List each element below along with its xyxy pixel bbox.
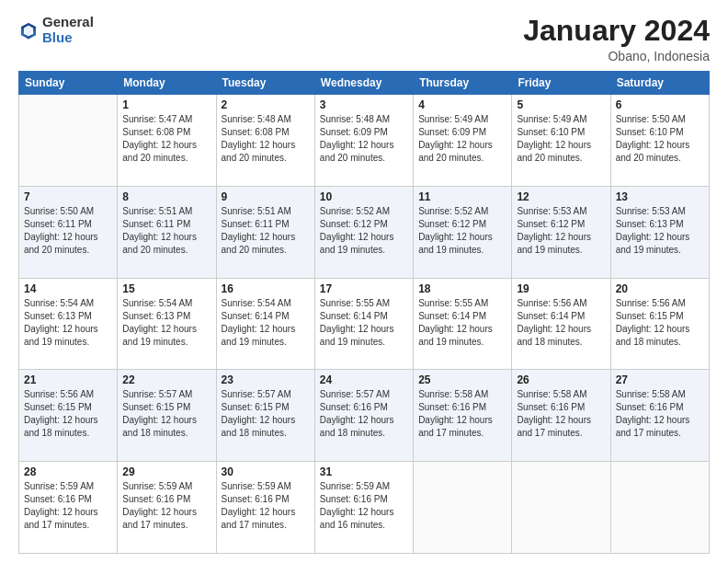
table-row: 8Sunrise: 5:51 AM Sunset: 6:11 PM Daylig… xyxy=(118,186,216,278)
logo-general-text: General xyxy=(42,14,94,29)
day-info: Sunrise: 5:56 AM Sunset: 6:15 PM Dayligh… xyxy=(24,388,112,440)
day-info: Sunrise: 5:52 AM Sunset: 6:12 PM Dayligh… xyxy=(320,205,408,257)
day-info: Sunrise: 5:49 AM Sunset: 6:10 PM Dayligh… xyxy=(517,113,605,165)
day-number: 5 xyxy=(517,98,605,111)
day-info: Sunrise: 5:51 AM Sunset: 6:11 PM Dayligh… xyxy=(222,205,310,257)
day-info: Sunrise: 5:58 AM Sunset: 6:16 PM Dayligh… xyxy=(517,388,605,440)
table-row: 6Sunrise: 5:50 AM Sunset: 6:10 PM Daylig… xyxy=(610,95,709,187)
table-row: 2Sunrise: 5:48 AM Sunset: 6:08 PM Daylig… xyxy=(216,95,314,187)
day-number: 1 xyxy=(122,98,210,111)
day-info: Sunrise: 5:59 AM Sunset: 6:16 PM Dayligh… xyxy=(320,480,408,532)
table-row xyxy=(414,462,512,554)
table-row: 29Sunrise: 5:59 AM Sunset: 6:16 PM Dayli… xyxy=(118,462,216,554)
day-info: Sunrise: 5:57 AM Sunset: 6:15 PM Dayligh… xyxy=(222,388,310,440)
day-number: 16 xyxy=(222,282,310,295)
day-number: 13 xyxy=(616,190,704,203)
day-info: Sunrise: 5:55 AM Sunset: 6:14 PM Dayligh… xyxy=(418,297,506,349)
table-row: 24Sunrise: 5:57 AM Sunset: 6:16 PM Dayli… xyxy=(314,370,413,462)
day-number: 27 xyxy=(616,373,704,386)
table-row: 14Sunrise: 5:54 AM Sunset: 6:13 PM Dayli… xyxy=(19,278,118,370)
day-number: 19 xyxy=(517,282,605,295)
month-title: January 2024 xyxy=(523,15,710,47)
logo-blue-text: Blue xyxy=(42,29,73,45)
day-number: 25 xyxy=(418,373,506,386)
table-row: 18Sunrise: 5:55 AM Sunset: 6:14 PM Dayli… xyxy=(414,278,512,370)
header-wednesday: Wednesday xyxy=(314,72,413,95)
table-row: 3Sunrise: 5:48 AM Sunset: 6:09 PM Daylig… xyxy=(314,95,413,187)
day-info: Sunrise: 5:59 AM Sunset: 6:16 PM Dayligh… xyxy=(24,480,112,532)
day-info: Sunrise: 5:59 AM Sunset: 6:16 PM Dayligh… xyxy=(222,480,310,532)
day-info: Sunrise: 5:49 AM Sunset: 6:09 PM Dayligh… xyxy=(418,113,506,165)
table-row: 13Sunrise: 5:53 AM Sunset: 6:13 PM Dayli… xyxy=(610,186,709,278)
header-thursday: Thursday xyxy=(414,72,512,95)
calendar-week-row: 28Sunrise: 5:59 AM Sunset: 6:16 PM Dayli… xyxy=(19,462,710,554)
day-number: 22 xyxy=(122,373,210,386)
header: General Blue January 2024 Obano, Indones… xyxy=(18,15,710,63)
day-info: Sunrise: 5:54 AM Sunset: 6:14 PM Dayligh… xyxy=(222,297,310,349)
table-row: 15Sunrise: 5:54 AM Sunset: 6:13 PM Dayli… xyxy=(118,278,216,370)
table-row: 23Sunrise: 5:57 AM Sunset: 6:15 PM Dayli… xyxy=(216,370,314,462)
day-info: Sunrise: 5:48 AM Sunset: 6:08 PM Dayligh… xyxy=(222,113,310,165)
table-row: 4Sunrise: 5:49 AM Sunset: 6:09 PM Daylig… xyxy=(414,95,512,187)
day-number: 30 xyxy=(222,465,310,478)
day-number: 6 xyxy=(616,98,704,111)
location: Obano, Indonesia xyxy=(523,49,710,63)
day-info: Sunrise: 5:52 AM Sunset: 6:12 PM Dayligh… xyxy=(418,205,506,257)
table-row: 27Sunrise: 5:58 AM Sunset: 6:16 PM Dayli… xyxy=(610,370,709,462)
day-number: 14 xyxy=(24,282,112,295)
header-monday: Monday xyxy=(118,72,216,95)
day-info: Sunrise: 5:56 AM Sunset: 6:15 PM Dayligh… xyxy=(616,297,704,349)
day-number: 21 xyxy=(24,373,112,386)
table-row: 30Sunrise: 5:59 AM Sunset: 6:16 PM Dayli… xyxy=(216,462,314,554)
day-number: 23 xyxy=(222,373,310,386)
day-info: Sunrise: 5:54 AM Sunset: 6:13 PM Dayligh… xyxy=(122,297,210,349)
calendar-week-row: 1Sunrise: 5:47 AM Sunset: 6:08 PM Daylig… xyxy=(19,95,710,187)
day-number: 24 xyxy=(320,373,408,386)
header-friday: Friday xyxy=(512,72,610,95)
day-info: Sunrise: 5:53 AM Sunset: 6:13 PM Dayligh… xyxy=(616,205,704,257)
table-row xyxy=(512,462,610,554)
table-row: 17Sunrise: 5:55 AM Sunset: 6:14 PM Dayli… xyxy=(314,278,413,370)
table-row: 11Sunrise: 5:52 AM Sunset: 6:12 PM Dayli… xyxy=(414,186,512,278)
table-row: 31Sunrise: 5:59 AM Sunset: 6:16 PM Dayli… xyxy=(314,462,413,554)
table-row xyxy=(19,95,118,187)
logo-icon xyxy=(18,20,39,40)
calendar-week-row: 14Sunrise: 5:54 AM Sunset: 6:13 PM Dayli… xyxy=(19,278,710,370)
day-number: 17 xyxy=(320,282,408,295)
day-info: Sunrise: 5:57 AM Sunset: 6:16 PM Dayligh… xyxy=(320,388,408,440)
table-row: 22Sunrise: 5:57 AM Sunset: 6:15 PM Dayli… xyxy=(118,370,216,462)
table-row: 20Sunrise: 5:56 AM Sunset: 6:15 PM Dayli… xyxy=(610,278,709,370)
table-row: 25Sunrise: 5:58 AM Sunset: 6:16 PM Dayli… xyxy=(414,370,512,462)
day-number: 29 xyxy=(122,465,210,478)
logo: General Blue xyxy=(18,15,94,45)
table-row: 5Sunrise: 5:49 AM Sunset: 6:10 PM Daylig… xyxy=(512,95,610,187)
table-row: 10Sunrise: 5:52 AM Sunset: 6:12 PM Dayli… xyxy=(314,186,413,278)
day-number: 10 xyxy=(320,190,408,203)
day-number: 28 xyxy=(24,465,112,478)
table-row: 1Sunrise: 5:47 AM Sunset: 6:08 PM Daylig… xyxy=(118,95,216,187)
header-tuesday: Tuesday xyxy=(216,72,314,95)
table-row xyxy=(610,462,709,554)
day-info: Sunrise: 5:53 AM Sunset: 6:12 PM Dayligh… xyxy=(517,205,605,257)
day-info: Sunrise: 5:57 AM Sunset: 6:15 PM Dayligh… xyxy=(122,388,210,440)
calendar-week-row: 7Sunrise: 5:50 AM Sunset: 6:11 PM Daylig… xyxy=(19,186,710,278)
day-number: 9 xyxy=(222,190,310,203)
calendar-table: Sunday Monday Tuesday Wednesday Thursday… xyxy=(18,71,710,554)
table-row: 21Sunrise: 5:56 AM Sunset: 6:15 PM Dayli… xyxy=(19,370,118,462)
table-row: 19Sunrise: 5:56 AM Sunset: 6:14 PM Dayli… xyxy=(512,278,610,370)
header-sunday: Sunday xyxy=(19,72,118,95)
day-info: Sunrise: 5:55 AM Sunset: 6:14 PM Dayligh… xyxy=(320,297,408,349)
header-saturday: Saturday xyxy=(610,72,709,95)
day-info: Sunrise: 5:58 AM Sunset: 6:16 PM Dayligh… xyxy=(616,388,704,440)
day-info: Sunrise: 5:50 AM Sunset: 6:11 PM Dayligh… xyxy=(24,205,112,257)
table-row: 12Sunrise: 5:53 AM Sunset: 6:12 PM Dayli… xyxy=(512,186,610,278)
day-info: Sunrise: 5:48 AM Sunset: 6:09 PM Dayligh… xyxy=(320,113,408,165)
day-info: Sunrise: 5:56 AM Sunset: 6:14 PM Dayligh… xyxy=(517,297,605,349)
page: General Blue January 2024 Obano, Indones… xyxy=(0,0,728,563)
day-info: Sunrise: 5:54 AM Sunset: 6:13 PM Dayligh… xyxy=(24,297,112,349)
logo-text: General Blue xyxy=(42,15,94,45)
table-row: 28Sunrise: 5:59 AM Sunset: 6:16 PM Dayli… xyxy=(19,462,118,554)
day-number: 8 xyxy=(122,190,210,203)
day-number: 15 xyxy=(122,282,210,295)
table-row: 16Sunrise: 5:54 AM Sunset: 6:14 PM Dayli… xyxy=(216,278,314,370)
